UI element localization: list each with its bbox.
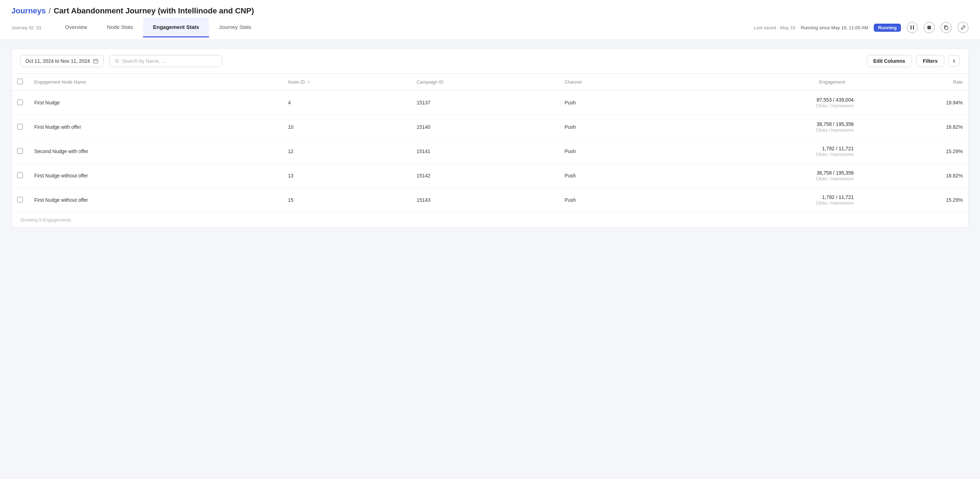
tabs: Overview Node Stats Engagement Stats Jou… (56, 17, 261, 37)
tab-journey-stats[interactable]: Journey Stats (209, 17, 261, 37)
table-row: First Nudge with offer 10 15140 Push 36,… (12, 115, 968, 139)
journeys-link[interactable]: Journeys (11, 6, 46, 16)
cell-name: First Nudge (29, 90, 282, 115)
nav-row: Journey ID: 33 Overview Node Stats Engag… (11, 16, 969, 40)
table-toolbar: Oct 11, 2024 to Nov 11, 2024 Edit Column… (12, 49, 968, 74)
cell-name: First Nudge without offer (29, 188, 282, 213)
cell-node-id: 12 (282, 139, 411, 164)
filters-button[interactable]: Filters (916, 55, 944, 67)
breadcrumb: Journeys / Cart Abandonment Journey (wit… (11, 0, 969, 16)
engagement-number: 87,553 / 439,004 (675, 97, 854, 103)
header-checkbox-cell (12, 74, 29, 90)
cell-rate: 15.29% (859, 139, 968, 164)
engagement-number: 1,792 / 11,721 (675, 146, 854, 151)
header-campaign-id: Campaign ID (411, 74, 559, 90)
cell-engagement: 1,792 / 11,721 Clicks / Impressions (669, 139, 860, 164)
page-title: Cart Abandonment Journey (with Intellino… (54, 6, 254, 16)
cell-channel: Push (559, 90, 669, 115)
search-icon (115, 59, 119, 63)
cell-node-id: 15 (282, 188, 411, 213)
header-rate: Rate (859, 74, 968, 90)
showing-label: Showing 5 Engagements (12, 212, 968, 227)
cell-engagement: 36,758 / 195,356 Clicks / Impressions (669, 164, 860, 188)
cell-rate: 18.82% (859, 115, 968, 139)
cell-campaign-id: 15143 (411, 188, 559, 213)
table-body: First Nudge 4 15137 Push 87,553 / 439,00… (12, 90, 968, 213)
cell-engagement: 87,553 / 439,004 Clicks / Impressions (669, 90, 860, 115)
cell-channel: Push (559, 188, 669, 213)
engagement-sublabel: Clicks / Impressions (675, 176, 854, 181)
row-checkbox-cell (12, 188, 29, 213)
cell-campaign-id: 15137 (411, 90, 559, 115)
cell-campaign-id: 15141 (411, 139, 559, 164)
date-range-button[interactable]: Oct 11, 2024 to Nov 11, 2024 (20, 55, 104, 67)
cell-node-id: 4 (282, 90, 411, 115)
cell-rate: 15.29% (859, 188, 968, 213)
stop-button[interactable] (924, 22, 935, 33)
cell-rate: 19.94% (859, 90, 968, 115)
status-badge: Running (874, 24, 901, 32)
row-checkbox-cell (12, 90, 29, 115)
tab-engagement-stats[interactable]: Engagement Stats (143, 17, 209, 37)
cell-node-id: 10 (282, 115, 411, 139)
cell-campaign-id: 15140 (411, 115, 559, 139)
top-bar: Journeys / Cart Abandonment Journey (wit… (0, 0, 980, 40)
table-row: First Nudge without offer 13 15142 Push … (12, 164, 968, 188)
header-channel: Channel (559, 74, 669, 90)
svg-rect-1 (913, 25, 914, 30)
header-engagement: Engagement (669, 74, 860, 90)
tab-node-stats[interactable]: Node Stats (97, 17, 143, 37)
row-checkbox-cell (12, 115, 29, 139)
table-container: Oct 11, 2024 to Nov 11, 2024 Edit Column… (11, 48, 969, 228)
table-row: First Nudge without offer 15 15143 Push … (12, 188, 968, 213)
select-all-checkbox[interactable] (17, 79, 23, 84)
calendar-icon (93, 58, 99, 64)
engagement-sublabel: Clicks / Impressions (675, 201, 854, 206)
engagement-sublabel: Clicks / Impressions (675, 103, 854, 108)
edit-columns-button[interactable]: Edit Columns (867, 55, 912, 67)
cell-name: Second Nudge with offer (29, 139, 282, 164)
cell-rate: 18.82% (859, 164, 968, 188)
svg-rect-3 (945, 27, 948, 30)
engagement-number: 36,758 / 195,356 (675, 121, 854, 127)
edit-button[interactable] (958, 22, 969, 33)
tab-overview[interactable]: Overview (56, 17, 97, 37)
cell-channel: Push (559, 115, 669, 139)
svg-rect-4 (94, 59, 98, 63)
table-row: Second Nudge with offer 12 15141 Push 1,… (12, 139, 968, 164)
table-row: First Nudge 4 15137 Push 87,553 / 439,00… (12, 90, 968, 115)
cell-engagement: 36,758 / 195,356 Clicks / Impressions (669, 115, 860, 139)
cell-channel: Push (559, 139, 669, 164)
toolbar-right: Edit Columns Filters (867, 55, 960, 67)
header-engagement-node-name: Engagement Node Name (29, 74, 282, 90)
chevron-left-icon (952, 59, 957, 63)
svg-rect-0 (910, 25, 912, 30)
row-checkbox-4[interactable] (17, 197, 23, 203)
running-since-label: Running since May 10, 11:00 AM (801, 25, 869, 30)
search-box (110, 55, 223, 67)
engagement-number: 1,792 / 11,721 (675, 194, 854, 200)
collapse-button[interactable] (948, 56, 960, 67)
row-checkbox-1[interactable] (17, 124, 23, 130)
header-node-id[interactable]: Node ID ↑ (282, 74, 411, 90)
table-header-row: Engagement Node Name Node ID ↑ Campaign … (12, 74, 968, 90)
sort-asc-icon: ↑ (307, 79, 310, 85)
date-range-label: Oct 11, 2024 to Nov 11, 2024 (25, 58, 90, 64)
row-checkbox-3[interactable] (17, 173, 23, 178)
engagement-sublabel: Clicks / Impressions (675, 128, 854, 133)
engagement-number: 36,758 / 195,356 (675, 170, 854, 176)
table-wrap: Engagement Node Name Node ID ↑ Campaign … (12, 74, 968, 212)
nav-left: Journey ID: 33 Overview Node Stats Engag… (11, 17, 261, 37)
cell-name: First Nudge with offer (29, 115, 282, 139)
cell-campaign-id: 15142 (411, 164, 559, 188)
pause-button[interactable] (907, 22, 918, 33)
engagement-sublabel: Clicks / Impressions (675, 152, 854, 157)
cell-name: First Nudge without offer (29, 164, 282, 188)
search-input[interactable] (122, 58, 217, 64)
cell-node-id: 13 (282, 164, 411, 188)
last-saved-label: Last saved - May 10 (754, 25, 795, 30)
row-checkbox-2[interactable] (17, 148, 23, 154)
row-checkbox-0[interactable] (17, 100, 23, 105)
cell-channel: Push (559, 164, 669, 188)
copy-button[interactable] (940, 22, 952, 33)
